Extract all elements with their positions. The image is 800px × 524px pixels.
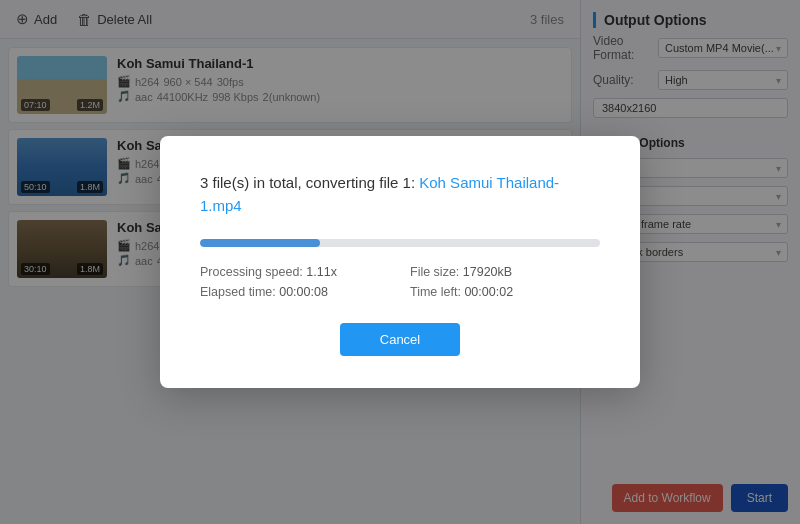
cancel-button[interactable]: Cancel [340, 323, 460, 356]
time-left-item: Time left: 00:00:02 [410, 285, 600, 299]
elapsed-time-label: Elapsed time: [200, 285, 276, 299]
processing-speed-item: Processing speed: 1.11x [200, 265, 390, 279]
processing-speed-label: Processing speed: [200, 265, 303, 279]
elapsed-time-value: 00:00:08 [279, 285, 328, 299]
progress-bar-fill [200, 239, 320, 247]
file-size-item: File size: 17920kB [410, 265, 600, 279]
time-left-value: 00:00:02 [464, 285, 513, 299]
dialog-footer: Cancel [200, 323, 600, 356]
conversion-dialog: 3 file(s) in total, converting file 1: K… [160, 136, 640, 388]
dialog-title: 3 file(s) in total, converting file 1: K… [200, 172, 600, 217]
progress-bar-container [200, 239, 600, 247]
overlay: 3 file(s) in total, converting file 1: K… [0, 0, 800, 524]
stats-grid: Processing speed: 1.11x File size: 17920… [200, 265, 600, 299]
dialog-title-prefix: 3 file(s) in total, converting file 1: [200, 174, 419, 191]
processing-speed-value: 1.11x [306, 265, 337, 279]
file-size-label: File size: [410, 265, 459, 279]
file-size-value: 17920kB [463, 265, 512, 279]
elapsed-time-item: Elapsed time: 00:00:08 [200, 285, 390, 299]
time-left-label: Time left: [410, 285, 461, 299]
